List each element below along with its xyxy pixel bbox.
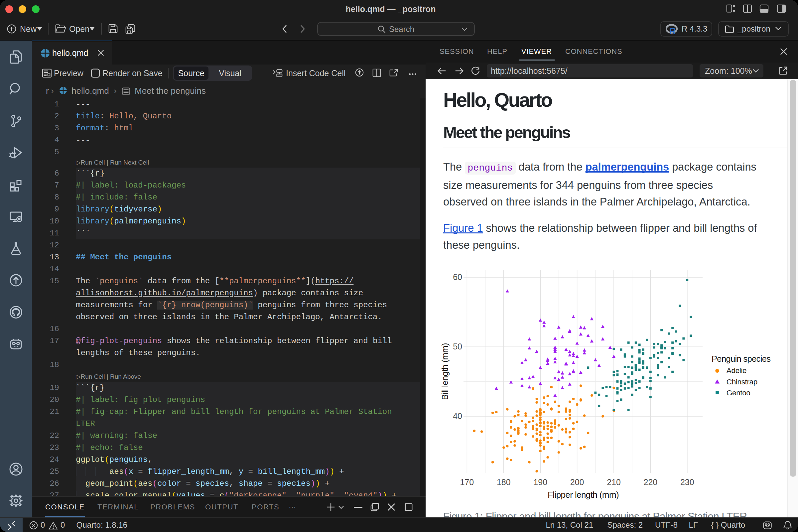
svg-text:40: 40 — [453, 411, 462, 421]
svg-text:60: 60 — [453, 272, 462, 282]
svg-text:170: 170 — [460, 477, 474, 487]
svg-text:200: 200 — [570, 477, 584, 487]
svg-text:Chinstrap: Chinstrap — [726, 378, 757, 386]
svg-text:Bill length (mm): Bill length (mm) — [440, 343, 450, 400]
svg-text:180: 180 — [497, 477, 511, 487]
svg-text:R: R — [669, 26, 676, 35]
svg-text:220: 220 — [644, 477, 658, 487]
svg-text:Adelie: Adelie — [726, 366, 746, 375]
svg-text:230: 230 — [680, 477, 694, 487]
svg-text:210: 210 — [607, 477, 621, 487]
svg-text:Flipper length (mm): Flipper length (mm) — [548, 490, 619, 500]
svg-text:Gentoo: Gentoo — [726, 389, 750, 397]
svg-text:50: 50 — [453, 342, 462, 351]
svg-text:Penguin species: Penguin species — [711, 354, 771, 363]
svg-text:190: 190 — [533, 477, 547, 487]
